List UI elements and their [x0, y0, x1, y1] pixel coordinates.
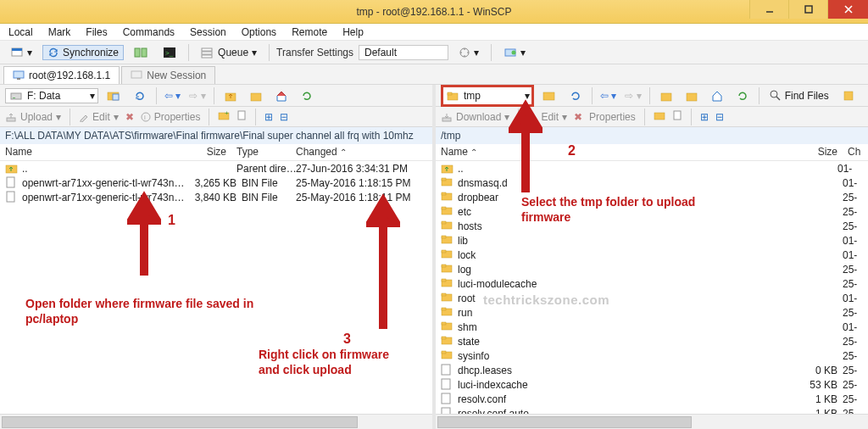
- list-item[interactable]: shm01-: [436, 320, 868, 334]
- local-parent-icon[interactable]: [220, 87, 242, 104]
- maximize-button[interactable]: [788, 0, 827, 19]
- list-item[interactable]: resolv.conf1 KB25-: [436, 392, 868, 406]
- session-tab[interactable]: root@192.168.1.1: [3, 66, 120, 84]
- remote-refresh-icon[interactable]: [565, 87, 587, 104]
- menu-remote[interactable]: Remote: [290, 25, 329, 38]
- list-item[interactable]: hosts25-: [436, 219, 868, 233]
- local-back-icon[interactable]: ⇦ ▾: [162, 90, 183, 102]
- new-session-tab[interactable]: New Session: [121, 66, 215, 84]
- local-hscroll[interactable]: [0, 414, 432, 429]
- upload-button[interactable]: Upload ▾: [5, 111, 61, 123]
- remote-bookmark-icon[interactable]: [837, 87, 860, 104]
- list-item[interactable]: lock01-: [436, 248, 868, 262]
- svg-rect-25: [7, 118, 15, 121]
- remote-properties-button[interactable]: Properties: [589, 111, 636, 123]
- remote-hscroll[interactable]: [436, 414, 868, 429]
- local-edit-button[interactable]: Edit ▾: [79, 111, 119, 123]
- menu-help[interactable]: Help: [341, 25, 365, 38]
- compare-icon[interactable]: [129, 44, 153, 61]
- list-item[interactable]: run25-: [436, 305, 868, 320]
- close-button[interactable]: [827, 0, 868, 19]
- menu-commands[interactable]: Commands: [121, 25, 176, 38]
- menu-files[interactable]: Files: [84, 25, 108, 38]
- menu-options[interactable]: Options: [240, 25, 278, 38]
- remote-newfolder-icon[interactable]: [654, 110, 665, 123]
- remote-sync-browse-icon[interactable]: [732, 87, 754, 104]
- menu-local[interactable]: Local: [7, 25, 35, 38]
- list-item[interactable]: openwrt-ar71xx-generic-tl-wr743nd-v2-squ…: [0, 176, 432, 190]
- local-pane: F: Data ▾ ⇦ ▾ ⇨ ▾ Upload ▾ Edit ▾ ✖ iPro…: [0, 85, 432, 429]
- svg-rect-73: [442, 379, 450, 389]
- local-newfile-icon[interactable]: [236, 110, 247, 123]
- local-forward-icon[interactable]: ⇨ ▾: [186, 90, 208, 102]
- list-item[interactable]: lib01-: [436, 233, 868, 248]
- list-item[interactable]: luci-indexcache53 KB25-: [436, 377, 868, 392]
- minimize-button[interactable]: [749, 0, 788, 19]
- folder-icon: [441, 320, 454, 334]
- list-item[interactable]: etc25-: [436, 204, 868, 219]
- queue-button[interactable]: Queue ▾: [196, 44, 262, 61]
- local-file-list[interactable]: .. Parent dire… 27-Jun-2016 3:34:31 PM o…: [0, 161, 432, 414]
- local-expand-icon[interactable]: ⊞: [264, 111, 273, 123]
- list-item[interactable]: dhcp.leases0 KB25-: [436, 363, 868, 377]
- session-dropdown-icon[interactable]: ▾: [5, 43, 37, 62]
- remote-delete-icon[interactable]: ✖: [574, 111, 582, 123]
- download-button[interactable]: Download ▾: [441, 111, 509, 123]
- list-item[interactable]: luci-modulecache25-: [436, 276, 868, 291]
- remote-back-icon[interactable]: ⇦ ▾: [598, 90, 619, 102]
- local-newfolder-icon[interactable]: +: [218, 110, 230, 123]
- svg-rect-38: [687, 93, 697, 101]
- local-delete-icon[interactable]: ✖: [125, 111, 134, 123]
- remote-parent-icon[interactable]: [655, 87, 677, 104]
- local-home-icon[interactable]: [270, 87, 292, 104]
- local-list-header[interactable]: Name Size Type Changed ⌃: [0, 144, 432, 161]
- remote-expand-icon[interactable]: ⊞: [700, 111, 709, 123]
- parent-dir[interactable]: .. 01-: [436, 161, 868, 176]
- synchronize-button[interactable]: Synchronize: [42, 45, 124, 60]
- list-item[interactable]: dnsmasq.d01-: [436, 176, 868, 190]
- remote-home-icon[interactable]: [706, 87, 728, 104]
- terminal-icon[interactable]: >_: [158, 44, 181, 61]
- remote-forward-icon[interactable]: ⇨ ▾: [622, 90, 643, 102]
- list-item[interactable]: state25-: [436, 334, 868, 348]
- menu-mark[interactable]: Mark: [47, 25, 73, 38]
- transfer-settings-icon[interactable]: ▾: [453, 44, 484, 61]
- file-icon: [441, 393, 454, 406]
- remote-compare-icon[interactable]: [537, 87, 561, 104]
- parent-dir[interactable]: .. Parent dire… 27-Jun-2016 3:34:31 PM: [0, 161, 432, 176]
- file-icon: [441, 407, 454, 415]
- folder-icon: [441, 176, 454, 190]
- list-item[interactable]: root01-: [436, 291, 868, 305]
- list-item[interactable]: sysinfo25-: [436, 348, 868, 363]
- remote-dir-label: tmp: [464, 90, 481, 102]
- remote-dir-select[interactable]: tmp ▾: [441, 85, 534, 107]
- local-properties-button[interactable]: iProperties: [141, 111, 201, 123]
- local-root-icon[interactable]: [245, 87, 267, 104]
- local-compare-icon[interactable]: [102, 87, 125, 104]
- menu-session[interactable]: Session: [188, 25, 228, 38]
- local-refresh-icon[interactable]: [129, 87, 151, 104]
- local-collapse-icon[interactable]: ⊟: [280, 111, 288, 123]
- remote-edit-button[interactable]: Edit ▾: [527, 111, 567, 123]
- svg-rect-20: [13, 98, 15, 98]
- list-item[interactable]: resolv.conf.auto1 KB25-: [436, 406, 868, 414]
- remote-root-icon[interactable]: [681, 87, 703, 104]
- remote-newfile-icon[interactable]: [672, 110, 682, 123]
- folder-icon: [441, 306, 454, 320]
- disconnect-icon[interactable]: ▾: [498, 44, 531, 61]
- list-item[interactable]: dropbear25-: [436, 190, 868, 204]
- local-sync-browse-icon[interactable]: [296, 87, 318, 104]
- local-path: F:\ALL DATA\MY DATA\ATS\firmware\Final f…: [0, 127, 432, 144]
- transfer-settings-select[interactable]: Default: [359, 45, 448, 60]
- list-item[interactable]: log25-: [436, 262, 868, 276]
- remote-file-list[interactable]: .. 01- dnsmasq.d01-dropbear25-etc25-host…: [436, 161, 868, 414]
- find-files-button[interactable]: Find Files: [765, 87, 834, 104]
- svg-rect-12: [202, 55, 212, 58]
- local-drive-select[interactable]: F: Data ▾: [5, 88, 98, 103]
- folder-up-icon: [441, 162, 454, 176]
- svg-rect-10: [202, 48, 212, 51]
- list-item[interactable]: openwrt-ar71xx-generic-tl-wr743nd-v2-squ…: [0, 190, 432, 204]
- remote-list-header[interactable]: Name ⌃ Size Ch: [436, 144, 868, 161]
- remote-collapse-icon[interactable]: ⊟: [715, 111, 724, 123]
- svg-rect-43: [654, 113, 665, 120]
